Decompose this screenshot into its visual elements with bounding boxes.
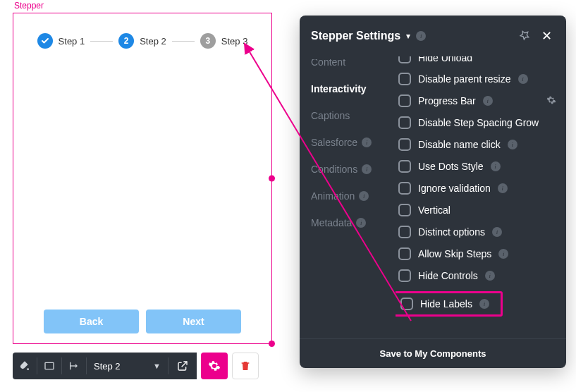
selection-tag: Stepper xyxy=(13,1,45,11)
step-selector[interactable]: Step 2 ▼ xyxy=(87,361,168,372)
checkbox[interactable] xyxy=(398,116,411,129)
info-icon[interactable]: i xyxy=(362,137,372,147)
checkbox[interactable] xyxy=(398,56,411,63)
chevron-down-icon: ▼ xyxy=(153,362,161,370)
step-circle-done xyxy=(37,33,53,49)
tab-captions[interactable]: Captions xyxy=(311,110,396,121)
resize-handle-bottom-right[interactable] xyxy=(269,341,275,347)
stepper-canvas[interactable]: Stepper Step 1 2 Step 2 3 Step 3 Back Ne… xyxy=(13,13,272,344)
check-icon xyxy=(41,37,49,45)
panel-header: Stepper Settings ▾ i ✕ xyxy=(300,16,566,56)
checkbox[interactable] xyxy=(398,160,411,173)
option-label: Allow Skip Steps xyxy=(418,248,491,259)
option-vertical[interactable]: Vertical xyxy=(398,204,556,216)
checkbox[interactable] xyxy=(398,247,411,260)
tab-metadata[interactable]: Metadatai xyxy=(311,217,396,228)
option-label: Disable parent resize xyxy=(418,73,511,85)
info-icon[interactable]: i xyxy=(491,161,501,171)
info-icon[interactable]: i xyxy=(479,299,489,309)
checkbox[interactable] xyxy=(398,182,411,195)
option-label: Hide Labels xyxy=(420,298,472,310)
paint-bucket-icon[interactable] xyxy=(13,360,37,372)
option-row[interactable]: Hide Unload xyxy=(398,56,556,63)
delete-button[interactable] xyxy=(232,353,259,379)
info-icon[interactable]: i xyxy=(485,271,495,281)
step-connector xyxy=(90,41,113,42)
info-icon[interactable]: i xyxy=(416,31,426,41)
pin-icon[interactable] xyxy=(516,27,533,46)
settings-button[interactable] xyxy=(201,353,228,379)
info-icon[interactable]: i xyxy=(498,249,508,259)
step-item[interactable]: 2 Step 2 xyxy=(118,33,166,49)
info-icon[interactable]: i xyxy=(498,183,508,193)
tab-conditions[interactable]: Conditionsi xyxy=(311,164,396,175)
step-item[interactable]: 3 Step 3 xyxy=(200,33,248,49)
checkbox[interactable] xyxy=(398,269,411,282)
panel-tabs: Content Interactivity Captions Salesforc… xyxy=(300,56,396,338)
back-button[interactable]: Back xyxy=(44,310,139,333)
step-connector xyxy=(172,41,195,42)
checkbox[interactable] xyxy=(398,138,411,151)
save-to-my-components[interactable]: Save to My Components xyxy=(300,338,566,368)
option-disable-step-spacing-grow[interactable]: Disable Step Spacing Grow xyxy=(398,116,556,129)
open-external-icon[interactable] xyxy=(168,360,197,372)
settings-panel: Stepper Settings ▾ i ✕ Content Interacti… xyxy=(300,16,566,368)
checkbox[interactable] xyxy=(398,94,411,107)
option-label: Disable name click xyxy=(418,139,501,150)
info-icon[interactable]: i xyxy=(359,191,369,201)
option-ignore-validation[interactable]: Ignore validation i xyxy=(398,182,556,195)
step-label: Step 1 xyxy=(59,36,85,47)
step-item[interactable]: Step 1 xyxy=(37,33,85,49)
option-distinct-options[interactable]: Distinct options i xyxy=(398,226,556,238)
checkbox[interactable] xyxy=(398,73,411,85)
chevron-down-icon[interactable]: ▾ xyxy=(406,31,410,41)
info-icon[interactable]: i xyxy=(518,74,528,84)
option-progress-bar[interactable]: Progress Bar i xyxy=(398,94,556,107)
info-icon[interactable]: i xyxy=(362,164,372,174)
next-button[interactable]: Next xyxy=(146,310,241,333)
tab-animation[interactable]: Animationi xyxy=(311,190,396,202)
step-selector-label: Step 2 xyxy=(94,361,121,372)
step-circle-active: 2 xyxy=(118,33,134,49)
checkbox[interactable] xyxy=(398,226,411,238)
option-label: Hide Unload xyxy=(418,56,472,63)
panel-title[interactable]: Stepper Settings xyxy=(311,30,400,42)
option-label: Use Dots Style xyxy=(418,161,484,172)
info-icon[interactable]: i xyxy=(356,218,366,228)
option-label: Vertical xyxy=(418,204,451,216)
option-label: Hide Controls xyxy=(418,270,478,281)
tab-salesforce[interactable]: Salesforcei xyxy=(311,137,396,148)
layout-icon[interactable] xyxy=(37,360,61,372)
resize-handle-right[interactable] xyxy=(269,176,275,182)
option-disable-name-click[interactable]: Disable name click i xyxy=(398,138,556,151)
option-hide-controls[interactable]: Hide Controls i xyxy=(398,269,556,282)
svg-rect-0 xyxy=(45,362,54,369)
option-label: Disable Step Spacing Grow xyxy=(418,117,539,128)
option-label: Distinct options xyxy=(418,226,485,238)
checkbox[interactable] xyxy=(398,204,411,216)
options-list: Hide Unload Disable parent resize i Prog… xyxy=(396,56,566,338)
toolbar-dark-group: Step 2 ▼ xyxy=(13,353,197,379)
info-icon[interactable]: i xyxy=(508,140,517,149)
option-use-dots-style[interactable]: Use Dots Style i xyxy=(398,160,556,173)
info-icon[interactable]: i xyxy=(483,96,493,106)
checkbox[interactable] xyxy=(400,298,413,310)
bottom-toolbar: Step 2 ▼ xyxy=(13,353,259,379)
option-disable-parent-resize[interactable]: Disable parent resize i xyxy=(398,73,556,85)
tab-interactivity[interactable]: Interactivity xyxy=(311,83,396,94)
info-icon[interactable]: i xyxy=(492,227,502,237)
close-icon[interactable]: ✕ xyxy=(539,25,555,47)
step-label: Step 2 xyxy=(140,36,166,47)
step-circle-upcoming: 3 xyxy=(200,33,216,49)
option-hide-labels[interactable]: Hide Labels i xyxy=(396,291,503,317)
nav-buttons: Back Next xyxy=(44,310,241,333)
spacing-icon[interactable] xyxy=(62,360,86,372)
step-label: Step 3 xyxy=(221,36,248,47)
gear-icon[interactable] xyxy=(546,95,556,107)
option-label: Progress Bar xyxy=(418,95,476,106)
option-allow-skip-steps[interactable]: Allow Skip Steps i xyxy=(398,247,556,260)
tab-content[interactable]: Content xyxy=(311,59,396,68)
steps-row: Step 1 2 Step 2 3 Step 3 xyxy=(13,13,271,49)
option-label: Ignore validation xyxy=(418,183,491,194)
